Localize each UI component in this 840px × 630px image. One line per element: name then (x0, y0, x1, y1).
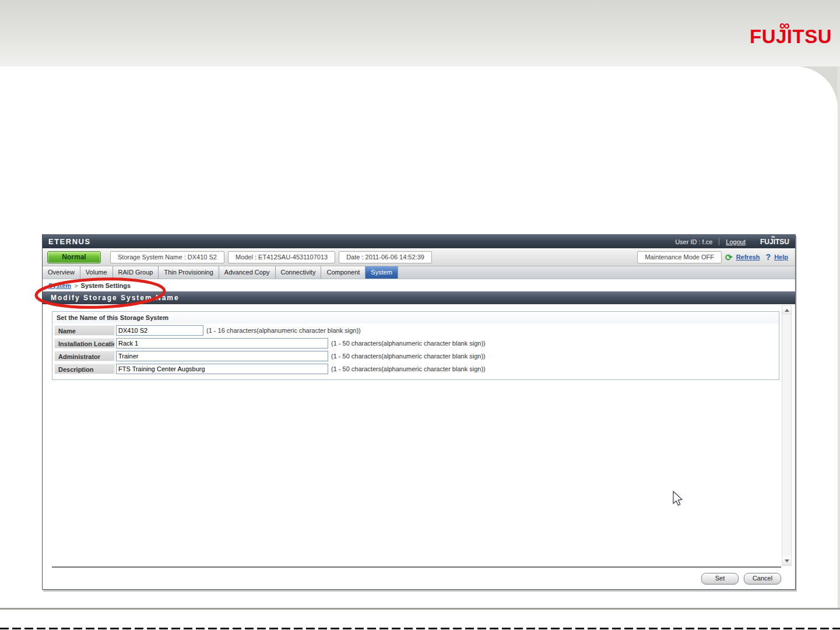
description-field[interactable] (116, 364, 328, 374)
installation-location-field[interactable] (116, 338, 328, 349)
fujitsu-logo-small: FUJITSU ∞ (760, 238, 789, 246)
tab-system[interactable]: System (365, 266, 398, 279)
slide-bottom-dashed-border (0, 628, 840, 629)
description-field-label: Description (54, 364, 115, 374)
refresh-icon[interactable]: ⟳ (725, 253, 733, 262)
name-field-hint: (1 - 16 characters(alphanumeric characte… (206, 327, 361, 334)
annotation-ellipse (33, 276, 169, 311)
titlebar-right: User ID : f.ce Logout FUJITSU ∞ (675, 238, 789, 246)
user-id-label: User ID : f.ce (675, 238, 712, 245)
name-field-label: Name (54, 325, 115, 336)
tab-component[interactable]: Component (321, 266, 365, 279)
cancel-button[interactable]: Cancel (744, 573, 781, 585)
slide-top-band (0, 0, 840, 66)
fujitsu-logo: FUJITSU ∞ (750, 27, 832, 46)
vertical-scrollbar[interactable] (782, 305, 792, 566)
status-bar: Normal Storage System Name : DX410 S2 Mo… (43, 248, 795, 266)
form-row-name: Name (1 - 16 characters(alphanumeric cha… (54, 325, 777, 336)
name-field[interactable] (116, 325, 203, 336)
refresh-link[interactable]: Refresh (736, 254, 760, 261)
scroll-down-icon (785, 559, 789, 562)
date-box: Date : 2011-06-06 14:52:39 (339, 251, 432, 263)
form-row-installation-location: Installation Location (1 - 50 characters… (54, 337, 777, 349)
model-box: Model : ET412SAU-4531107013 (228, 251, 335, 263)
action-buttons: Set Cancel (701, 573, 781, 585)
scroll-down-button[interactable] (782, 557, 791, 565)
administrator-field[interactable] (116, 351, 328, 361)
form-row-description: Description (1 - 50 characters(alphanume… (54, 363, 777, 375)
status-badge[interactable]: Normal (47, 251, 101, 263)
maintenance-mode-box: Maintenance Mode OFF (637, 251, 722, 263)
administrator-field-label: Administrator (54, 351, 115, 361)
form-section-title: Set the Name of this Storage System (52, 312, 779, 323)
scroll-up-button[interactable] (782, 306, 791, 315)
tab-advanced-copy[interactable]: Advanced Copy (219, 266, 276, 279)
storage-system-name-box: Storage System Name : DX410 S2 (110, 251, 224, 263)
actions-divider (52, 566, 781, 568)
titlebar-divider (719, 238, 719, 245)
content-area: Set the Name of this Storage System Name… (43, 304, 795, 589)
fujitsu-logo-text: FUJITSU (750, 26, 832, 47)
description-field-hint: (1 - 50 characters(alphanumeric characte… (331, 365, 486, 372)
mouse-cursor (672, 491, 685, 508)
help-icon[interactable]: ? (766, 252, 771, 262)
help-link[interactable]: Help (774, 254, 788, 261)
set-button[interactable]: Set (701, 573, 739, 585)
tab-connectivity[interactable]: Connectivity (276, 266, 322, 279)
app-name: ETERNUS (48, 237, 91, 246)
window-titlebar: ETERNUS User ID : f.ce Logout FUJITSU ∞ (43, 235, 795, 248)
slide-footer-divider (0, 608, 840, 610)
form-row-administrator: Administrator (1 - 50 characters(alphanu… (54, 350, 777, 362)
administrator-field-hint: (1 - 50 characters(alphanumeric characte… (331, 353, 486, 360)
fujitsu-infinity-icon: ∞ (779, 18, 790, 33)
scroll-up-icon (785, 309, 789, 312)
fujitsu-infinity-small-icon: ∞ (771, 234, 775, 240)
installation-location-field-label: Installation Location (54, 338, 115, 349)
installation-location-field-hint: (1 - 50 characters(alphanumeric characte… (331, 340, 486, 347)
system-name-form-panel: Set the Name of this Storage System Name… (52, 311, 779, 380)
logout-link[interactable]: Logout (726, 238, 746, 245)
